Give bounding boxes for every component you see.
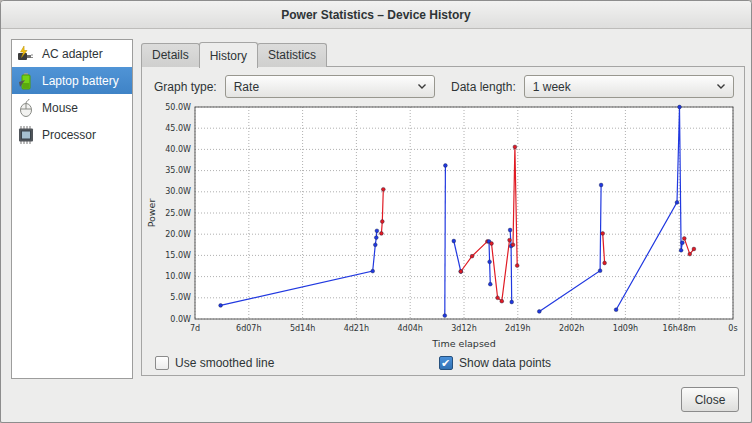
tab-history[interactable]: History (199, 42, 258, 68)
svg-text:30.0W: 30.0W (165, 187, 191, 196)
sidebar-item-label: AC adapter (42, 47, 103, 61)
svg-text:16h48m: 16h48m (663, 324, 696, 333)
titlebar[interactable]: Power Statistics – Device History (1, 1, 751, 29)
data-points-checkbox-label: Show data points (459, 356, 551, 370)
svg-text:Time elapsed: Time elapsed (431, 338, 495, 349)
battery-icon (15, 70, 37, 92)
mouse-icon (15, 97, 37, 119)
history-panel: Graph type: Rate Data length: 1 week 0.0… (141, 66, 745, 376)
svg-text:6d07h: 6d07h (236, 324, 261, 333)
window-title: Power Statistics – Device History (281, 8, 470, 22)
svg-text:1d09h: 1d09h (613, 324, 638, 333)
close-button[interactable]: Close (681, 387, 739, 412)
svg-text:0s: 0s (728, 324, 737, 333)
graph-type-value: Rate (234, 80, 259, 94)
sidebar-item-label: Mouse (42, 101, 78, 115)
svg-text:25.0W: 25.0W (165, 209, 191, 218)
device-list: AC adapterLaptop batteryMouseProcessor (11, 39, 133, 379)
svg-text:40.0W: 40.0W (165, 145, 191, 154)
sidebar-item-processor[interactable]: Processor (12, 121, 132, 148)
chart-controls: Graph type: Rate Data length: 1 week (154, 75, 734, 98)
svg-text:4d21h: 4d21h (344, 324, 369, 333)
power-statistics-window: Power Statistics – Device History AC ada… (0, 0, 752, 423)
processor-icon (15, 124, 37, 146)
sidebar-item-label: Laptop battery (42, 74, 119, 88)
smoothed-checkbox-label: Use smoothed line (175, 356, 274, 370)
sidebar-item-mouse[interactable]: Mouse (12, 94, 132, 121)
history-chart: 0.0W5.0W10.0W15.0W20.0W25.0W30.0W35.0W40… (143, 101, 745, 353)
svg-text:10.0W: 10.0W (165, 272, 191, 281)
data-points-option[interactable]: Show data points (439, 354, 551, 371)
sidebar-item-laptop-battery[interactable]: Laptop battery (12, 67, 132, 94)
chevron-down-icon (716, 83, 726, 90)
ac-adapter-icon (15, 43, 37, 65)
sidebar-item-label: Processor (42, 128, 96, 142)
svg-text:35.0W: 35.0W (165, 166, 191, 175)
svg-text:5.0W: 5.0W (170, 293, 191, 302)
data-points-checkbox[interactable] (439, 356, 453, 370)
svg-text:2d19h: 2d19h (505, 324, 530, 333)
smoothed-line-option[interactable]: Use smoothed line (155, 354, 274, 371)
svg-text:7d: 7d (190, 324, 200, 333)
sidebar-item-ac-adapter[interactable]: AC adapter (12, 40, 132, 67)
chevron-down-icon (417, 83, 427, 90)
tab-details[interactable]: Details (141, 43, 200, 67)
smoothed-checkbox[interactable] (155, 356, 169, 370)
svg-text:45.0W: 45.0W (165, 124, 191, 133)
svg-text:4d04h: 4d04h (397, 324, 422, 333)
tab-bar: DetailsHistoryStatistics (141, 42, 326, 67)
svg-text:50.0W: 50.0W (165, 103, 191, 112)
svg-text:2d02h: 2d02h (559, 324, 584, 333)
tab-statistics[interactable]: Statistics (257, 43, 327, 67)
svg-text:5d14h: 5d14h (290, 324, 315, 333)
svg-text:0.0W: 0.0W (170, 315, 191, 324)
data-length-dropdown[interactable]: 1 week (524, 75, 734, 98)
data-length-value: 1 week (533, 80, 571, 94)
graph-type-label: Graph type: (154, 80, 217, 94)
graph-type-dropdown[interactable]: Rate (225, 75, 435, 98)
svg-text:15.0W: 15.0W (165, 251, 191, 260)
svg-text:20.0W: 20.0W (165, 230, 191, 239)
svg-text:3d12h: 3d12h (451, 324, 476, 333)
svg-text:Power: Power (146, 199, 157, 228)
data-length-label: Data length: (451, 80, 516, 94)
